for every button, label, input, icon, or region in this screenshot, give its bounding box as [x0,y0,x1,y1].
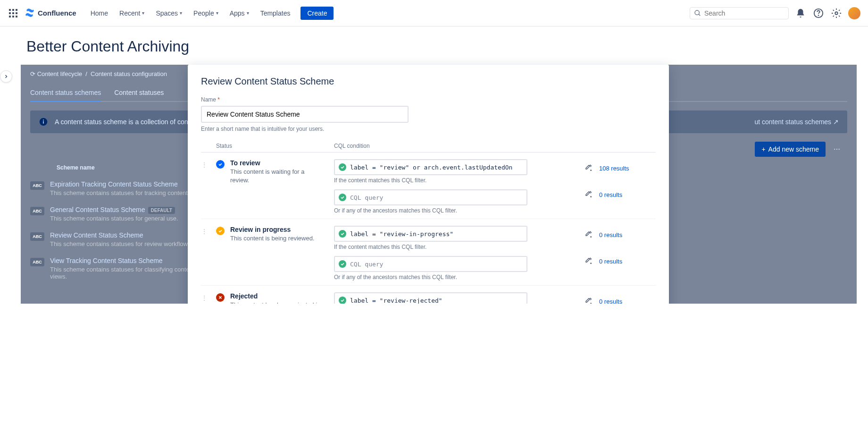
drag-handle-icon[interactable]: ⋮ [201,159,216,169]
app-switcher-icon[interactable] [8,8,19,19]
nav-people[interactable]: People▾ [189,7,223,20]
breadcrumb-content-lifecycle[interactable]: Content lifecycle [37,70,82,77]
chevron-down-icon: ▾ [216,10,218,16]
scheme-abc-badge: ABC [30,207,44,215]
plus-icon: + [761,145,765,153]
edit-cql-icon[interactable] [584,190,593,199]
svg-point-12 [818,15,819,16]
backdrop: ⟳ Content lifecycle / Content status con… [21,65,857,304]
content-cql-input[interactable]: label = "review-in-progress" [334,226,527,242]
chevron-down-icon: ▾ [247,10,249,16]
svg-line-10 [699,14,700,16]
ancestor-cql-input[interactable]: CQL query [334,189,527,205]
svg-rect-7 [12,16,14,17]
status-name: To review [230,159,325,167]
edit-scheme-modal: Review Content Status Scheme Name * Ente… [188,65,669,304]
cql-header: CQL condition [334,140,656,153]
svg-rect-4 [12,12,14,14]
svg-point-16 [43,119,44,120]
content-cql-input[interactable]: label = "review" or arch.event.lastUpdat… [334,159,527,175]
svg-point-9 [695,10,699,15]
add-new-scheme-button[interactable]: + Add new scheme [755,142,826,157]
results-link[interactable]: 0 results [599,231,622,238]
svg-point-19 [591,237,591,237]
search-input[interactable] [701,9,787,17]
status-header: Status [216,140,334,153]
check-icon [339,230,346,238]
more-actions-icon[interactable]: ⋯ [829,142,844,157]
search-box[interactable] [690,7,789,19]
learn-more-link[interactable]: ut content status schemes ↗ [754,118,839,126]
results-link[interactable]: 108 results [599,165,629,172]
edit-cql-icon[interactable] [584,297,593,304]
edit-cql-icon[interactable] [584,163,593,173]
nav-links: Home Recent▾ Spaces▾ People▾ Apps▾ Templ… [86,7,295,20]
status-row: ⋮RejectedThis content has been rejected … [201,286,656,304]
status-desc: This content is waiting for a review. [230,168,325,185]
avatar[interactable] [848,7,860,19]
confluence-icon [25,8,36,19]
content-cql-input[interactable]: label = "review-rejected" [334,292,527,304]
sidebar-expand-button[interactable] [0,70,12,83]
status-desc: This content is being reviewed. [230,234,314,243]
nav-home[interactable]: Home [86,7,113,20]
name-help: Enter a short name that is intuitive for… [201,126,656,132]
drag-handle-icon[interactable]: ⋮ [201,292,216,302]
notifications-icon[interactable] [794,7,807,19]
ancestor-cql-input[interactable]: CQL query [334,256,527,272]
nav-spaces[interactable]: Spaces▾ [151,7,187,20]
svg-point-17 [591,170,591,170]
nav-recent[interactable]: Recent▾ [115,7,149,20]
topnav: Confluence Home Recent▾ Spaces▾ People▾ … [0,0,868,26]
drag-handle-icon[interactable]: ⋮ [201,226,216,235]
results-link[interactable]: 0 results [599,191,622,198]
svg-rect-5 [16,12,17,14]
tab-statuses[interactable]: Content statuses [114,84,164,102]
name-label: Name * [201,96,656,103]
page-title: Better Content Archiving [26,38,857,55]
svg-point-13 [835,12,838,15]
status-name: Rejected [230,292,325,300]
svg-rect-15 [43,121,44,124]
results-link[interactable]: 0 results [599,298,622,304]
settings-icon[interactable] [830,7,843,19]
breadcrumb-content-status-config[interactable]: Content status configuration [91,70,167,77]
cql-help: If the content matches this CQL filter. [334,177,578,184]
edit-cql-icon[interactable] [584,230,593,239]
chevron-down-icon: ▾ [142,10,144,16]
create-button[interactable]: Create [300,7,334,20]
info-icon [39,117,48,127]
nav-apps[interactable]: Apps▾ [225,7,254,20]
confluence-logo[interactable]: Confluence [25,8,76,19]
results-link[interactable]: 0 results [599,258,622,265]
scheme-abc-badge: ABC [30,258,44,266]
check-icon [339,194,346,201]
status-row: ⋮Review in progressThis content is being… [201,219,656,286]
status-desc: This content has been rejected in the la… [230,301,325,304]
product-name: Confluence [38,9,76,17]
cql-help: If the content matches this CQL filter. [334,244,578,250]
search-icon [694,9,701,17]
status-row: ⋮To reviewThis content is waiting for a … [201,153,656,219]
help-icon[interactable] [812,7,825,19]
svg-rect-1 [12,9,14,11]
chevron-down-icon: ▾ [180,10,182,16]
modal-title: Review Content Status Scheme [201,76,656,87]
scheme-name-input[interactable] [201,106,409,123]
cql-help-ancestor: Or if any of the ancestors matches this … [334,207,578,214]
check-icon [339,260,346,268]
svg-rect-6 [9,16,11,17]
nav-templates[interactable]: Templates [256,7,295,20]
status-dot-icon [216,160,225,169]
svg-rect-8 [16,16,17,17]
svg-point-20 [591,263,591,264]
scheme-abc-badge: ABC [30,181,44,190]
status-dot-icon [216,293,225,302]
svg-rect-0 [9,9,11,11]
svg-rect-3 [9,12,11,14]
edit-cql-icon[interactable] [584,256,593,266]
cql-help-ancestor: Or if any of the ancestors matches this … [334,274,578,280]
status-name: Review in progress [230,226,314,233]
check-icon [339,297,346,304]
tab-schemes[interactable]: Content status schemes [30,84,101,102]
